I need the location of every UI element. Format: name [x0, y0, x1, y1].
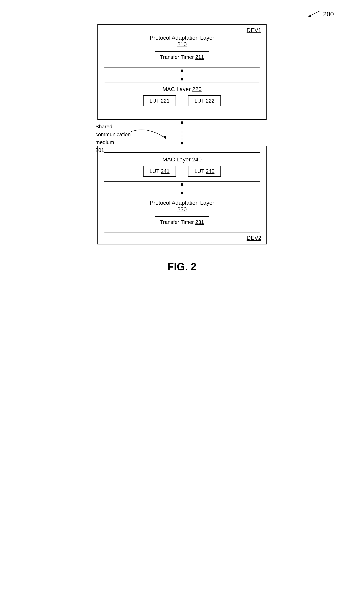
lut-222-number: 222 — [206, 98, 214, 104]
mac-pal-arrow-dev2 — [104, 182, 260, 196]
svg-marker-5 — [163, 136, 166, 139]
timer-211-number: 211 — [195, 54, 204, 60]
lut-241-number: 241 — [161, 168, 169, 174]
mac-240-box: MAC Layer 240 LUT 241 LUT 242 — [104, 152, 260, 182]
pal-mac-arrow-dev1 — [104, 68, 260, 82]
pal-210-box: Protocol Adaptation Layer 210 Transfer T… — [104, 31, 260, 68]
lut-221-number: 221 — [161, 98, 169, 104]
figure-label: FIG. 2 — [168, 260, 196, 273]
svg-rect-3 — [182, 71, 182, 78]
diagram-area: DEV1 Protocol Adaptation Layer 210 Trans… — [91, 24, 273, 245]
pal-210-number: 210 — [177, 41, 187, 47]
shared-medium-arrow-icon — [131, 126, 177, 142]
bidirectional-arrow-dev1 — [178, 68, 186, 82]
svg-marker-2 — [181, 68, 183, 72]
mac-220-box: MAC Layer 220 LUT 221 LUT 222 — [104, 82, 260, 111]
lut-241-box: LUT 241 — [143, 166, 176, 177]
svg-marker-1 — [308, 14, 311, 17]
lut-row-dev1: LUT 221 LUT 222 — [109, 95, 255, 106]
mac-240-title: MAC Layer 240 — [109, 156, 255, 163]
mac-220-number: 220 — [192, 86, 202, 92]
lut-221-box: LUT 221 — [143, 95, 176, 106]
timer-211-box: Transfer Timer 211 — [155, 51, 209, 63]
pal-210-title: Protocol Adaptation Layer 210 — [109, 35, 255, 48]
figure-ref-number: 200 — [323, 11, 334, 18]
lut-row-dev2: LUT 241 LUT 242 — [109, 166, 255, 177]
ref-arrow-icon — [305, 10, 322, 18]
dev2-label: DEV2 — [247, 235, 261, 241]
timer-231-number: 231 — [195, 219, 204, 225]
pal-230-number: 230 — [177, 206, 187, 212]
dev1-box: DEV1 Protocol Adaptation Layer 210 Trans… — [97, 24, 267, 120]
page: 200 DEV1 Protocol Adaptation Layer 210 T… — [0, 0, 364, 612]
mac-220-title: MAC Layer 220 — [109, 86, 255, 93]
pal-230-title: Protocol Adaptation Layer 230 — [109, 200, 255, 213]
svg-marker-11 — [181, 192, 183, 195]
pal-230-box: Protocol Adaptation Layer 230 Transfer T… — [104, 196, 260, 233]
svg-rect-10 — [182, 185, 182, 192]
svg-line-0 — [310, 11, 320, 16]
timer-231-box: Transfer Timer 231 — [155, 216, 209, 228]
dev2-box: DEV2 MAC Layer 240 LUT 241 LUT 242 — [97, 146, 267, 245]
lut-242-number: 242 — [206, 168, 214, 174]
svg-marker-9 — [181, 182, 183, 186]
lut-222-box: LUT 222 — [188, 95, 221, 106]
svg-marker-8 — [181, 142, 183, 146]
svg-marker-4 — [181, 78, 183, 82]
mac-240-number: 240 — [192, 156, 202, 163]
bidirectional-arrow-dev2 — [178, 182, 186, 196]
shared-medium-section: Shared communication medium 201 — [91, 120, 273, 146]
svg-marker-6 — [181, 120, 183, 124]
dashed-line-icon — [178, 120, 186, 146]
lut-242-box: LUT 242 — [188, 166, 221, 177]
dev1-label: DEV1 — [247, 27, 261, 33]
